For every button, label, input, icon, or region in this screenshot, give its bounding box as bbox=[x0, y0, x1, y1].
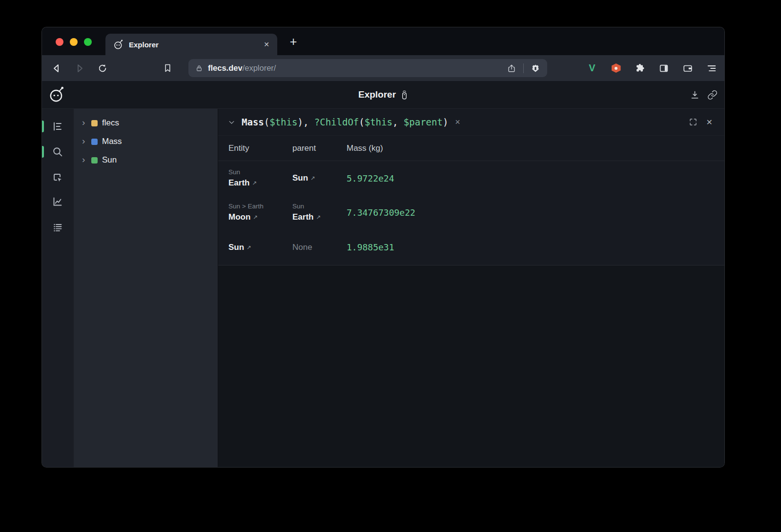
parent-link[interactable]: Sun↗ bbox=[292, 173, 347, 183]
tree-item-label: flecs bbox=[102, 118, 119, 128]
parent-link[interactable]: Earth↗ bbox=[292, 212, 347, 222]
tree-item-sun[interactable]: › Sun bbox=[74, 151, 218, 169]
mass-value: 7.34767309e22 bbox=[347, 207, 415, 218]
parent-none: None bbox=[292, 243, 347, 252]
lock-icon bbox=[195, 64, 203, 72]
desktop: Explorer ✕ + bbox=[0, 0, 781, 532]
table-header: Entity parent Mass (kg) bbox=[218, 136, 724, 161]
entity-color-swatch bbox=[91, 157, 98, 164]
extensions-puzzle-icon[interactable] bbox=[634, 62, 646, 74]
tab-strip: Explorer ✕ + bbox=[42, 27, 724, 55]
column-header-parent: parent bbox=[292, 143, 316, 153]
tree-item-mass[interactable]: › Mass bbox=[74, 132, 218, 151]
parent-path: Sun bbox=[292, 203, 347, 210]
external-link-icon: ↗ bbox=[310, 175, 315, 181]
entity-color-swatch bbox=[91, 139, 98, 145]
query-token: ( bbox=[264, 117, 269, 127]
query-panel: Mass($this), ?ChildOf($this, $parent) × … bbox=[218, 109, 724, 467]
active-indicator bbox=[42, 146, 44, 158]
new-tab-button[interactable]: + bbox=[285, 33, 302, 50]
minimize-window-button[interactable] bbox=[70, 38, 78, 46]
app-header: Explorer bbox=[42, 81, 724, 109]
tree-item-flecs[interactable]: › flecs bbox=[74, 114, 218, 132]
entity-link[interactable]: Moon↗ bbox=[228, 212, 292, 222]
active-indicator bbox=[42, 121, 44, 132]
entity-path: Sun > Earth bbox=[228, 203, 292, 210]
extension-hexagon-icon[interactable] bbox=[610, 62, 622, 74]
entity-path: Sun bbox=[228, 168, 292, 176]
link-icon[interactable] bbox=[706, 88, 719, 101]
external-link-icon: ↗ bbox=[316, 214, 321, 220]
chevron-right-icon[interactable]: › bbox=[82, 118, 89, 127]
chevron-right-icon[interactable]: › bbox=[82, 155, 89, 164]
query-header[interactable]: Mass($this), ?ChildOf($this, $parent) × … bbox=[218, 109, 724, 136]
external-link-icon: ↗ bbox=[247, 245, 251, 250]
window-controls bbox=[56, 38, 92, 46]
query-token: ) bbox=[297, 117, 303, 127]
entity-link[interactable]: Sun↗ bbox=[228, 242, 292, 252]
close-window-button[interactable] bbox=[56, 38, 63, 46]
column-header-mass: Mass (kg) bbox=[347, 143, 383, 153]
page-title: Explorer bbox=[358, 89, 396, 100]
tab-close-icon[interactable]: ✕ bbox=[264, 41, 269, 48]
sidebar-toggle-icon[interactable] bbox=[658, 62, 670, 74]
remote-connection-icon[interactable] bbox=[401, 90, 408, 100]
chevron-down-icon[interactable] bbox=[228, 118, 236, 126]
sidebar-item-inspect[interactable] bbox=[52, 172, 63, 184]
clear-query-icon[interactable]: × bbox=[455, 117, 460, 127]
sidebar-item-chart[interactable] bbox=[52, 196, 63, 207]
zoom-window-button[interactable] bbox=[84, 38, 92, 46]
url-text: flecs.dev/explorer/ bbox=[208, 63, 276, 73]
address-bar[interactable]: flecs.dev/explorer/ bbox=[188, 59, 547, 77]
brave-shields-icon[interactable] bbox=[531, 63, 540, 73]
bookmark-icon[interactable] bbox=[161, 61, 174, 75]
entity-tree-panel: › flecs › Mass › Sun bbox=[74, 109, 218, 467]
browser-toolbar: flecs.dev/explorer/ bbox=[42, 55, 724, 81]
forward-button[interactable] bbox=[73, 61, 86, 75]
mass-value: 1.9885e31 bbox=[347, 242, 394, 252]
page-title-group: Explorer bbox=[358, 89, 408, 100]
query-panel-empty-area bbox=[218, 266, 724, 467]
tab-title: Explorer bbox=[129, 41, 159, 49]
tree-item-label: Mass bbox=[102, 137, 122, 146]
table-row: Sun↗ None 1.9885e31 bbox=[218, 229, 724, 265]
sidebar-item-search[interactable] bbox=[52, 146, 63, 158]
main-content: › flecs › Mass › Sun bbox=[42, 109, 724, 467]
vue-devtools-icon[interactable]: V bbox=[586, 62, 598, 74]
sidebar-item-log[interactable] bbox=[52, 222, 63, 233]
query-token: , bbox=[392, 117, 404, 127]
expand-icon[interactable] bbox=[689, 118, 698, 126]
share-icon[interactable] bbox=[507, 63, 516, 73]
query-token: $parent bbox=[404, 117, 443, 127]
url-domain: flecs.dev bbox=[208, 63, 243, 72]
external-link-icon: ↗ bbox=[253, 214, 258, 220]
wallet-icon[interactable] bbox=[682, 62, 694, 74]
tab-explorer[interactable]: Explorer ✕ bbox=[105, 34, 277, 55]
query-token: ) bbox=[443, 117, 448, 127]
url-path: /explorer/ bbox=[243, 63, 276, 72]
query-expression[interactable]: Mass($this), ?ChildOf($this, $parent) bbox=[242, 117, 448, 127]
divider bbox=[523, 63, 524, 73]
flecs-favicon-icon bbox=[113, 40, 123, 50]
query-results-section: Mass($this), ?ChildOf($this, $parent) × … bbox=[218, 109, 724, 266]
extensions-bar: V bbox=[586, 55, 718, 81]
query-token: Mass bbox=[242, 117, 264, 127]
entity-color-swatch bbox=[91, 120, 98, 126]
menu-icon[interactable] bbox=[706, 62, 718, 74]
entity-link[interactable]: Earth↗ bbox=[228, 178, 292, 188]
download-icon[interactable] bbox=[688, 88, 701, 101]
table-row: Sun Earth↗ Sun↗ 5.9722e24 bbox=[218, 161, 724, 195]
sidebar-item-hierarchy[interactable] bbox=[52, 121, 63, 132]
mass-value: 5.9722e24 bbox=[347, 173, 394, 184]
reload-button[interactable] bbox=[96, 61, 109, 75]
chevron-right-icon[interactable]: › bbox=[82, 136, 89, 145]
query-token: , bbox=[303, 117, 314, 127]
flecs-logo[interactable] bbox=[48, 86, 65, 103]
query-token: ?ChildOf bbox=[314, 117, 359, 127]
external-link-icon: ↗ bbox=[252, 180, 257, 186]
query-token: $this bbox=[365, 117, 392, 127]
browser-window: Explorer ✕ + bbox=[41, 27, 725, 468]
back-button[interactable] bbox=[50, 61, 63, 75]
close-icon[interactable]: ✕ bbox=[706, 118, 713, 127]
column-header-entity: Entity bbox=[228, 143, 249, 153]
